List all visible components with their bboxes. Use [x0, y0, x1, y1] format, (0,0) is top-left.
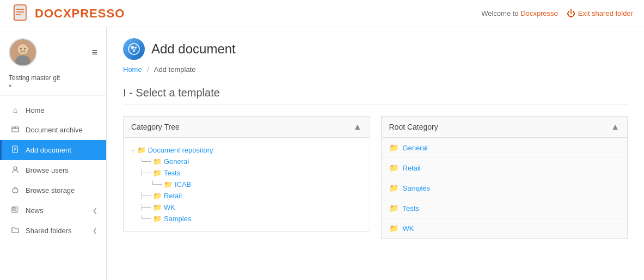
svg-rect-1: [14, 5, 26, 20]
sidebar-item-browse-storage[interactable]: Browse storage: [0, 180, 106, 200]
tree-item-tests[interactable]: ├── 📁 Tests: [131, 167, 362, 179]
sidebar-item-news[interactable]: News ❮: [0, 200, 106, 221]
home-icon: ⌂: [10, 106, 20, 114]
folder-icon-root: 📁: [137, 146, 146, 154]
category-tree-title: Category Tree: [131, 123, 180, 131]
tree-label-retail[interactable]: Retail: [164, 192, 182, 200]
sidebar-item-shared-folders[interactable]: Shared folders ❮: [0, 221, 106, 241]
folder-icon-retail: 📁: [153, 192, 162, 200]
root-category-panel-header: Root Category ▲: [382, 117, 628, 138]
panels-row: Category Tree ▲ ┬ 📁 Document repository …: [123, 116, 628, 239]
category-tree-container: ┬ 📁 Document repository └── 📁 General: [124, 138, 370, 231]
svg-rect-20: [13, 207, 15, 210]
tree-label-document-repository[interactable]: Document repository: [148, 146, 213, 154]
page-icon: [123, 38, 145, 60]
content-area: Add document Home / Add template I - Sel…: [107, 27, 644, 280]
tree-label-samples[interactable]: Samples: [164, 215, 192, 223]
category-tree-panel-header: Category Tree ▲: [124, 117, 370, 138]
root-folder-icon-wk: 📁: [389, 224, 398, 233]
sidebar-item-home[interactable]: ⌂ Home: [0, 100, 106, 120]
sidebar-item-document-archive[interactable]: Document archive: [0, 120, 106, 140]
logo-text: DOCXPRESSO: [35, 7, 125, 21]
archive-icon: [10, 125, 20, 135]
breadcrumb-home[interactable]: Home: [123, 65, 142, 74]
root-category-toggle[interactable]: ▲: [611, 122, 620, 132]
root-label-samples: Samples: [403, 184, 431, 192]
section-title: I - Select a template: [123, 87, 628, 105]
sidebar-item-browse-users[interactable]: Browse users: [0, 160, 106, 180]
news-arrow-icon: ❮: [93, 207, 97, 214]
user-name: Testing master git: [9, 74, 60, 82]
tree-label-icab[interactable]: ICAB: [175, 180, 191, 188]
breadcrumb: Home / Add template: [123, 65, 628, 74]
page-header: Add document: [123, 38, 628, 60]
breadcrumb-separator: /: [147, 65, 149, 74]
news-icon: [10, 206, 20, 215]
folder-icon-general: 📁: [153, 157, 162, 166]
root-item-samples[interactable]: 📁 Samples: [382, 178, 628, 198]
svg-point-24: [128, 44, 139, 54]
add-document-icon: [10, 145, 20, 155]
tree-item-root[interactable]: ┬ 📁 Document repository: [131, 144, 362, 156]
root-label-wk: WK: [403, 224, 414, 233]
shared-folders-arrow-icon: ❮: [93, 227, 97, 234]
storage-icon: [10, 186, 20, 195]
welcome-text: Welcome to Docxpresso: [481, 9, 558, 17]
page-title: Add document: [151, 41, 236, 57]
root-item-general[interactable]: 📁 General: [382, 138, 628, 158]
root-label-general: General: [403, 144, 428, 152]
svg-line-30: [134, 47, 136, 51]
sidebar: ≡ Testing master git ▾ ⌂ Home Document a…: [0, 27, 107, 280]
svg-rect-23: [16, 206, 18, 212]
power-icon: ⏻: [567, 9, 575, 19]
tree-item-samples[interactable]: └── 📁 Samples: [131, 213, 362, 224]
root-label-retail: Retail: [403, 164, 421, 172]
user-dropdown-icon[interactable]: ▾: [9, 83, 11, 89]
svg-rect-13: [14, 127, 16, 129]
root-item-wk[interactable]: 📁 WK: [382, 218, 628, 238]
root-label-tests: Tests: [403, 204, 419, 212]
shared-folders-icon: [10, 226, 20, 235]
folder-icon-samples: 📁: [153, 215, 162, 223]
root-category-panel: Root Category ▲ 📁 General 📁 Retail: [381, 116, 628, 239]
tree-item-icab[interactable]: └── 📁 ICAB: [131, 179, 362, 190]
root-category-title: Root Category: [389, 123, 438, 131]
folder-icon-icab: 📁: [164, 180, 173, 188]
tree-item-retail[interactable]: ├── 📁 Retail: [131, 190, 362, 202]
tree-label-tests[interactable]: Tests: [164, 169, 180, 177]
avatar: [9, 38, 37, 66]
folder-icon-wk: 📁: [153, 203, 162, 211]
exit-shared-button[interactable]: ⏻ Exit shared folder: [567, 9, 633, 19]
tree-label-wk[interactable]: WK: [164, 203, 175, 211]
tree-label-general[interactable]: General: [164, 157, 189, 166]
svg-point-18: [14, 167, 17, 170]
sidebar-nav: ⌂ Home Document archive Add document Br: [0, 96, 106, 280]
tree-item-wk[interactable]: ├── 📁 WK: [131, 202, 362, 213]
users-icon: [10, 166, 20, 175]
header-right: Welcome to Docxpresso ⏻ Exit shared fold…: [481, 9, 633, 19]
root-folder-icon-tests: 📁: [389, 204, 398, 212]
tree-item-general[interactable]: └── 📁 General: [131, 156, 362, 167]
top-header: DOCXPRESSO Welcome to Docxpresso ⏻ Exit …: [0, 0, 644, 27]
breadcrumb-current: Add template: [154, 65, 196, 74]
sidebar-item-add-document[interactable]: Add document: [0, 140, 106, 160]
root-item-retail[interactable]: 📁 Retail: [382, 158, 628, 178]
logo: DOCXPRESSO: [11, 4, 125, 23]
root-item-tests[interactable]: 📁 Tests: [382, 198, 628, 218]
root-category-list: 📁 General 📁 Retail 📁 Samples 📁: [382, 138, 628, 238]
category-tree-toggle[interactable]: ▲: [353, 122, 362, 132]
main-layout: ≡ Testing master git ▾ ⌂ Home Document a…: [0, 27, 644, 280]
category-tree-panel: Category Tree ▲ ┬ 📁 Document repository …: [123, 116, 370, 232]
tree-connector-root: ┬: [131, 147, 135, 154]
sidebar-user-section: ≡ Testing master git ▾: [0, 27, 106, 96]
svg-point-9: [20, 48, 22, 50]
logo-icon: [11, 4, 30, 23]
svg-point-10: [24, 48, 26, 50]
brand-link[interactable]: Docxpresso: [520, 9, 558, 17]
content-inner: Add document Home / Add template I - Sel…: [107, 27, 644, 280]
hamburger-menu-icon[interactable]: ≡: [91, 47, 97, 57]
root-folder-icon-retail: 📁: [389, 163, 398, 172]
folder-icon-tests: 📁: [153, 169, 162, 177]
root-folder-icon-samples: 📁: [389, 184, 398, 192]
root-folder-icon-general: 📁: [389, 143, 398, 152]
